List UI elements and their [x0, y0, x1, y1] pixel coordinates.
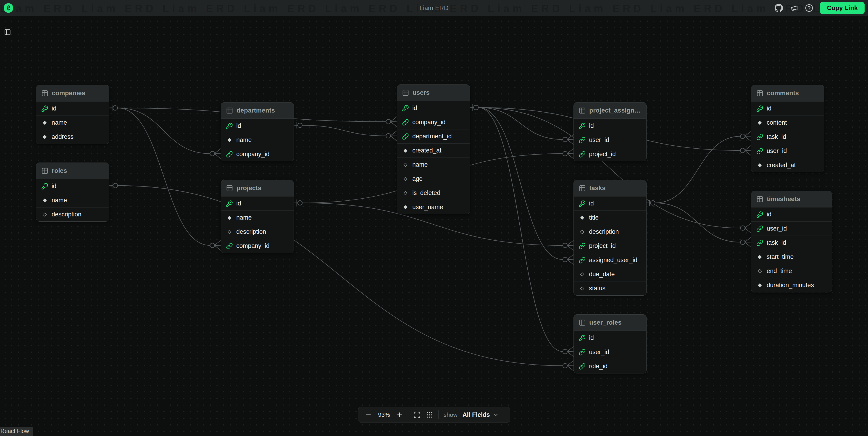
table-header-user_roles[interactable]: user_roles [574, 315, 646, 331]
column-row-roles-description[interactable]: description [36, 207, 109, 221]
table-node-timesheets[interactable]: timesheetsiduser_idtask_idstart_timeend_… [751, 191, 832, 292]
column-row-tasks-due_date[interactable]: due_date [574, 267, 646, 281]
column-row-timesheets-id[interactable]: id [751, 207, 832, 221]
column-row-user_roles-role_id[interactable]: role_id [574, 359, 646, 373]
github-button[interactable] [774, 4, 783, 12]
zoom-out-button[interactable] [365, 411, 372, 418]
column-row-timesheets-end_time[interactable]: end_time [751, 264, 832, 278]
table-node-projects[interactable]: projectsidnamedescriptioncompany_id [221, 180, 294, 253]
fit-view-button[interactable] [413, 411, 421, 419]
column-row-tasks-assigned_user_id[interactable]: assigned_user_id [574, 253, 646, 267]
table-name: companies [52, 90, 85, 97]
table-node-user_roles[interactable]: user_rolesiduser_idrole_id [574, 314, 647, 373]
table-header-timesheets[interactable]: timesheets [751, 191, 832, 207]
table-icon [579, 319, 586, 326]
column-row-departments-id[interactable]: id [221, 119, 293, 133]
column-row-companies-address[interactable]: address [36, 130, 109, 144]
copy-link-button[interactable]: Copy Link [820, 2, 865, 14]
column-row-users-department_id[interactable]: department_id [397, 129, 470, 143]
column-name: assigned_user_id [589, 256, 638, 263]
column-icon [579, 257, 586, 263]
table-header-project_assignments[interactable]: project_assignments [574, 102, 646, 119]
table-header-comments[interactable]: comments [751, 85, 824, 101]
column-row-companies-id[interactable]: id [36, 101, 109, 116]
column-row-comments-content[interactable]: content [751, 116, 824, 130]
column-row-user_roles-id[interactable]: id [574, 331, 646, 345]
column-row-comments-created_at[interactable]: created_at [751, 158, 824, 172]
column-row-comments-task_id[interactable]: task_id [751, 130, 824, 144]
column-name: address [52, 133, 73, 141]
table-node-project_assignments[interactable]: project_assignmentsiduser_idproject_id [574, 102, 647, 161]
table-header-roles[interactable]: roles [36, 163, 109, 179]
column-icon [579, 335, 586, 342]
column-row-tasks-id[interactable]: id [574, 196, 646, 211]
table-node-users[interactable]: usersidcompany_iddepartment_idcreated_at… [397, 85, 470, 214]
column-row-timesheets-duration_minutes[interactable]: duration_minutes [751, 278, 832, 292]
table-header-departments[interactable]: departments [221, 102, 293, 119]
column-row-users-name[interactable]: name [397, 157, 470, 172]
primary-key-icon [402, 105, 409, 112]
column-row-departments-name[interactable]: name [221, 133, 293, 147]
column-icon [402, 105, 409, 112]
sidebar-toggle-button[interactable] [4, 28, 11, 37]
column-row-projects-name[interactable]: name [221, 211, 293, 225]
column-icon [579, 214, 586, 221]
column-row-timesheets-start_time[interactable]: start_time [751, 250, 832, 264]
table-node-tasks[interactable]: tasksidtitledescriptionproject_idassigne… [574, 180, 647, 295]
help-button[interactable] [805, 4, 813, 12]
feedback-button[interactable] [790, 4, 798, 12]
tidy-up-button[interactable] [426, 411, 433, 419]
column-row-departments-company_id[interactable]: company_id [221, 147, 293, 161]
column-name: company_id [236, 151, 270, 158]
column-row-comments-user_id[interactable]: user_id [751, 144, 824, 158]
column-row-project_assignments-id[interactable]: id [574, 119, 646, 133]
column-row-users-created_at[interactable]: created_at [397, 143, 470, 157]
column-icon [226, 228, 233, 235]
column-row-project_assignments-project_id[interactable]: project_id [574, 147, 646, 161]
zoom-in-button[interactable] [396, 411, 403, 418]
table-node-comments[interactable]: commentsidcontenttask_iduser_idcreated_a… [751, 85, 824, 173]
foreign-key-icon [226, 151, 233, 158]
column-row-users-id[interactable]: id [397, 101, 470, 115]
column-name: name [236, 214, 252, 221]
relationship-edge-tasks-comments [647, 131, 751, 206]
column-row-users-user_name[interactable]: user_name [397, 200, 470, 214]
column-row-users-is_deleted[interactable]: is_deleted [397, 186, 470, 200]
column-row-projects-id[interactable]: id [221, 196, 293, 211]
column-name: user_id [767, 225, 787, 232]
table-header-companies[interactable]: companies [36, 85, 109, 101]
nullable-icon [226, 228, 233, 235]
foreign-key-icon [756, 133, 763, 141]
column-row-user_roles-user_id[interactable]: user_id [574, 345, 646, 359]
column-row-tasks-description[interactable]: description [574, 225, 646, 239]
column-row-tasks-title[interactable]: title [574, 211, 646, 225]
foreign-key-icon [579, 243, 586, 249]
table-header-projects[interactable]: projects [221, 180, 293, 196]
relationship-edges-layer [0, 0, 868, 436]
column-row-projects-company_id[interactable]: company_id [221, 239, 293, 253]
table-icon [226, 185, 233, 192]
column-row-users-age[interactable]: age [397, 172, 470, 186]
column-icon [226, 151, 233, 158]
column-row-users-company_id[interactable]: company_id [397, 115, 470, 129]
column-row-timesheets-task_id[interactable]: task_id [751, 236, 832, 250]
table-header-users[interactable]: users [397, 85, 470, 101]
column-row-roles-name[interactable]: name [36, 193, 109, 207]
column-row-projects-description[interactable]: description [221, 225, 293, 239]
column-icon [41, 133, 48, 141]
table-name: departments [237, 107, 275, 114]
column-row-companies-name[interactable]: name [36, 116, 109, 130]
column-row-roles-id[interactable]: id [36, 179, 109, 193]
column-row-tasks-project_id[interactable]: project_id [574, 239, 646, 253]
table-node-roles[interactable]: rolesidnamedescription [36, 162, 109, 222]
table-node-companies[interactable]: companiesidnameaddress [36, 85, 109, 144]
react-flow-attribution[interactable]: React Flow [0, 427, 33, 436]
field-filter-dropdown[interactable]: All Fields [463, 411, 499, 418]
table-header-tasks[interactable]: tasks [574, 180, 646, 196]
column-row-comments-id[interactable]: id [751, 101, 824, 116]
column-row-tasks-status[interactable]: status [574, 281, 646, 295]
nullable-icon [402, 190, 409, 196]
table-node-departments[interactable]: departmentsidnamecompany_id [221, 102, 294, 161]
column-row-timesheets-user_id[interactable]: user_id [751, 221, 832, 236]
column-row-project_assignments-user_id[interactable]: user_id [574, 133, 646, 147]
